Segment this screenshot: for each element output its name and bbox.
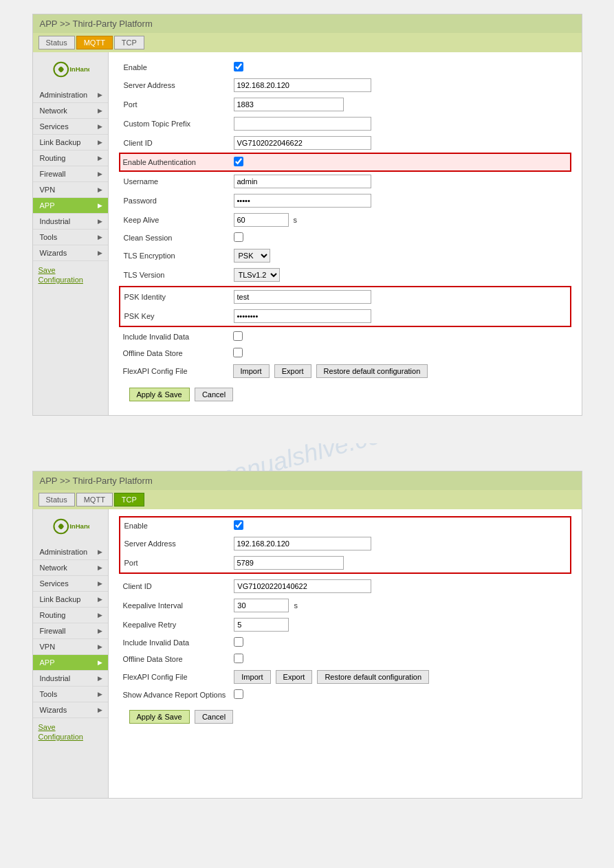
row-keepalive-interval-2: Keepalive Interval s: [119, 596, 571, 615]
include-invalid-checkbox-1[interactable]: [233, 331, 243, 341]
arrow-wizards-2: ▶: [98, 706, 102, 713]
password-input-1[interactable]: [234, 194, 371, 208]
panel1-title: APP >> Third-Party Platform: [40, 19, 153, 29]
arrow-routing: ▶: [98, 155, 102, 162]
sidebar-item-linkbackup-2[interactable]: Link Backup ▶: [33, 592, 108, 608]
sidebar-label-services: Services: [40, 122, 69, 131]
save-config-link-2[interactable]: Save Configuration: [39, 723, 83, 741]
row-port-1: Port: [120, 95, 571, 114]
export-btn-2[interactable]: Export: [276, 670, 313, 684]
sidebar-item-services-2[interactable]: Services ▶: [33, 576, 108, 592]
export-btn-1[interactable]: Export: [274, 364, 311, 378]
row-tls-encryption-1: TLS Encryption PSK None CA: [120, 246, 571, 265]
enable-checkbox-1[interactable]: [234, 62, 243, 71]
server-address-input-1[interactable]: [234, 78, 371, 92]
sidebar-item-tools[interactable]: Tools ▶: [33, 230, 108, 245]
panel2-title: APP >> Third-Party Platform: [40, 476, 153, 486]
logo-area: InHand: [33, 52, 108, 87]
sidebar-item-routing-2[interactable]: Routing ▶: [33, 608, 108, 623]
sidebar-label-wizards: Wizards: [40, 249, 67, 257]
sidebar-item-vpn[interactable]: VPN ▶: [33, 182, 108, 198]
tab-status-1[interactable]: Status: [39, 36, 75, 49]
sidebar-item-network-2[interactable]: Network ▶: [33, 560, 108, 576]
row-port-2: Port: [120, 553, 571, 573]
arrow-linkbackup-2: ▶: [98, 596, 102, 603]
import-btn-1[interactable]: Import: [233, 364, 270, 378]
sidebar-item-services[interactable]: Services ▶: [33, 119, 108, 135]
watermark-area: manualshlve.com: [0, 443, 614, 471]
server-address-label-1: Server Address: [120, 76, 230, 95]
keepalive-retry-input-2[interactable]: [234, 618, 289, 632]
port-input-1[interactable]: [234, 98, 344, 111]
sidebar-item-app-2[interactable]: APP ▶: [33, 655, 108, 671]
save-config-link-1[interactable]: Save Configuration: [39, 266, 83, 284]
include-invalid-checkbox-2[interactable]: [234, 637, 243, 647]
sidebar-item-firewall-2[interactable]: Firewall ▶: [33, 623, 108, 639]
flexapi-label-1: FlexAPI Config File: [119, 361, 229, 381]
restore-btn-2[interactable]: Restore default configuration: [317, 670, 429, 684]
panel-1: APP >> Third-Party Platform Status MQTT …: [32, 14, 582, 416]
offline-data-checkbox-2[interactable]: [234, 654, 243, 663]
sidebar-label-vpn: VPN: [40, 186, 56, 194]
arrow-firewall: ▶: [98, 170, 102, 177]
client-id-input-2[interactable]: [234, 579, 371, 593]
panel1-content: InHand Administration ▶ Network ▶ Servic…: [33, 52, 582, 415]
tls-version-select-1[interactable]: TLSv1.2 TLSv1.0 TLSv1.1: [234, 268, 280, 282]
cancel-btn-2[interactable]: Cancel: [195, 710, 233, 724]
sidebar-label-wizards-2: Wizards: [40, 706, 67, 714]
row-keepalive-1: Keep Alive s: [120, 210, 571, 230]
tls-encryption-select-1[interactable]: PSK None CA: [234, 249, 270, 263]
cancel-btn-1[interactable]: Cancel: [195, 388, 233, 401]
enable-checkbox-2[interactable]: [234, 520, 243, 530]
sidebar-item-vpn-2[interactable]: VPN ▶: [33, 639, 108, 655]
tab-mqtt-1[interactable]: MQTT: [76, 36, 113, 49]
sidebar-item-firewall[interactable]: Firewall ▶: [33, 166, 108, 182]
keepalive-input-1[interactable]: [234, 213, 289, 227]
sidebar-item-routing[interactable]: Routing ▶: [33, 151, 108, 166]
sidebar-label-administration-2: Administration: [40, 548, 88, 556]
sidebar-item-tools-2[interactable]: Tools ▶: [33, 687, 108, 702]
sidebar-item-linkbackup[interactable]: Link Backup ▶: [33, 135, 108, 151]
sidebar-label-routing: Routing: [40, 154, 66, 162]
row-psk-identity-1: PSK Identity: [120, 287, 571, 307]
arrow-wizards: ▶: [98, 249, 102, 256]
show-advance-checkbox-2[interactable]: [234, 689, 243, 699]
sidebar-label-tools: Tools: [40, 233, 58, 241]
include-invalid-label-1: Include Invalid Data: [119, 329, 229, 345]
sidebar-item-administration-2[interactable]: Administration ▶: [33, 544, 108, 560]
panel1-tabs: Status MQTT TCP: [33, 33, 582, 52]
custom-topic-input-1[interactable]: [234, 117, 371, 131]
username-input-1[interactable]: [234, 175, 371, 188]
offline-data-checkbox-1[interactable]: [233, 348, 243, 357]
sidebar-item-industrial[interactable]: Industrial ▶: [33, 214, 108, 230]
tab-mqtt-2[interactable]: MQTT: [76, 493, 113, 507]
sidebar-item-industrial-2[interactable]: Industrial ▶: [33, 671, 108, 687]
psk-key-input-1[interactable]: [234, 309, 371, 323]
psk-identity-input-1[interactable]: [234, 290, 371, 304]
panel2-header: APP >> Third-Party Platform: [33, 471, 582, 490]
enable-auth-checkbox-1[interactable]: [234, 157, 243, 166]
tab-tcp-2[interactable]: TCP: [114, 493, 144, 507]
keepalive-retry-label-2: Keepalive Retry: [119, 615, 230, 634]
keepalive-interval-input-2[interactable]: [234, 599, 289, 612]
restore-btn-1[interactable]: Restore default configuration: [316, 364, 428, 378]
apply-save-btn-1[interactable]: Apply & Save: [129, 388, 190, 401]
sidebar-label-firewall: Firewall: [40, 170, 66, 178]
arrow-linkbackup: ▶: [98, 139, 102, 146]
client-id-input-1[interactable]: [234, 136, 371, 150]
psk-identity-label-1: PSK Identity: [120, 287, 230, 307]
tab-tcp-1[interactable]: TCP: [114, 36, 144, 49]
port-input-2[interactable]: [234, 556, 344, 570]
sidebar-item-wizards-2[interactable]: Wizards ▶: [33, 702, 108, 718]
offline-data-label-1: Offline Data Store: [119, 345, 229, 361]
sidebar-item-app[interactable]: APP ▶: [33, 198, 108, 214]
sidebar-item-administration[interactable]: Administration ▶: [33, 87, 108, 103]
tab-status-2[interactable]: Status: [39, 493, 75, 507]
logo-area-2: InHand: [33, 509, 108, 544]
clean-session-checkbox-1[interactable]: [234, 232, 243, 242]
server-address-input-2[interactable]: [234, 537, 371, 550]
sidebar-item-wizards[interactable]: Wizards ▶: [33, 245, 108, 261]
sidebar-item-network[interactable]: Network ▶: [33, 103, 108, 119]
apply-save-btn-2[interactable]: Apply & Save: [129, 710, 190, 724]
import-btn-2[interactable]: Import: [234, 670, 270, 684]
